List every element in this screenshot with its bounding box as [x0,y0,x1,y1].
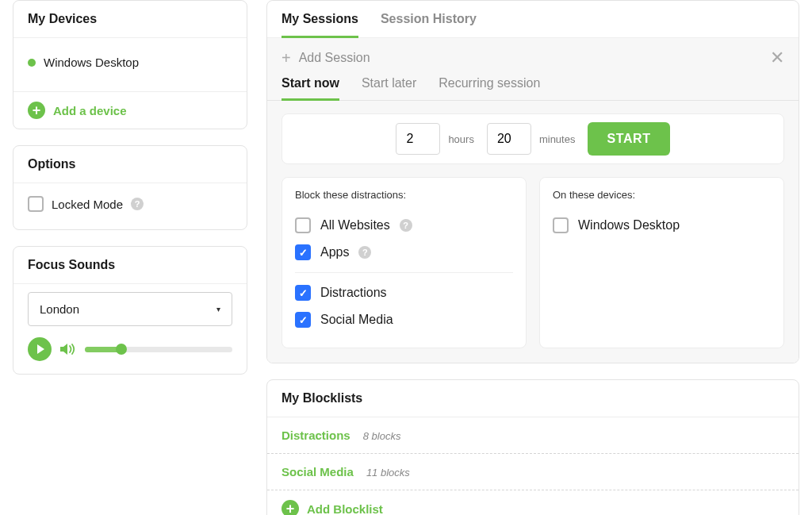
volume-slider[interactable] [85,347,232,352]
social-media-checkbox[interactable] [295,312,311,328]
start-button[interactable]: START [588,122,669,156]
blocklist-count: 8 blocks [363,430,401,442]
add-session-button[interactable]: + Add Session [282,50,370,66]
device-windows-desktop-checkbox[interactable] [553,217,569,233]
volume-icon[interactable] [59,342,77,356]
apps-checkbox[interactable] [295,244,311,260]
my-devices-card: My Devices Windows Desktop + Add a devic… [13,0,247,129]
hours-label: hours [448,133,474,145]
all-websites-label: All Websites [320,218,390,233]
device-windows-desktop-label: Windows Desktop [578,218,680,233]
session-sub-tabs: Start now Start later Recurring session [267,76,799,101]
apps-label: Apps [320,245,349,259]
add-device-label: Add a device [53,104,127,117]
sessions-main-tabs: My Sessions Session History [267,1,799,38]
distractions-label: Distractions [320,286,387,300]
on-devices-card: On these devices: Windows Desktop [539,177,784,348]
sound-selected-label: London [40,302,79,316]
sound-select[interactable]: London ▾ [28,292,232,326]
help-icon[interactable]: ? [358,246,371,259]
blocklist-count: 11 blocks [366,467,410,478]
divider [295,272,513,273]
block-distractions-card: Block these distractions: All Websites ?… [282,177,527,348]
plus-circle-icon: + [28,102,45,119]
device-label: Windows Desktop [44,56,139,69]
volume-slider-fill [85,347,122,352]
hours-input[interactable] [396,123,440,155]
tab-start-now[interactable]: Start now [282,76,339,101]
plus-circle-icon: + [282,500,299,515]
blocklist-row[interactable]: Social Media 11 blocks [267,454,799,490]
device-windows-desktop-row[interactable]: Windows Desktop [553,212,771,239]
minutes-input[interactable] [487,123,531,155]
plus-icon: + [282,50,291,66]
focus-sounds-card: Focus Sounds London ▾ [13,246,247,375]
distractions-checkbox[interactable] [295,285,311,301]
tab-recurring[interactable]: Recurring session [439,76,540,100]
add-blocklist-label: Add Blocklist [307,502,383,516]
play-icon [37,344,44,354]
locked-mode-label: Locked Mode [52,198,123,211]
add-blocklist-button[interactable]: + Add Blocklist [267,490,799,515]
tab-my-sessions[interactable]: My Sessions [282,12,358,38]
blocklists-title: My Blocklists [267,380,799,417]
add-session-label: Add Session [299,51,370,65]
focus-sounds-title: Focus Sounds [13,247,247,284]
blocklist-name: Social Media [282,465,354,478]
block-distractions-title: Block these distractions: [295,189,513,201]
my-devices-title: My Devices [13,1,247,38]
play-button[interactable] [28,337,52,361]
add-device-button[interactable]: + Add a device [13,91,247,129]
timer-card: hours minutes START [282,113,784,164]
on-devices-title: On these devices: [553,189,771,201]
locked-mode-row[interactable]: Locked Mode ? [28,191,232,217]
minutes-label: minutes [539,133,576,145]
tab-session-history[interactable]: Session History [381,12,477,37]
session-pane: + Add Session ✕ Start now Start later Re… [267,38,799,363]
locked-mode-checkbox[interactable] [28,196,44,212]
all-websites-checkbox[interactable] [295,217,311,233]
close-button[interactable]: ✕ [770,49,784,67]
chevron-down-icon: ▾ [216,305,220,313]
tab-start-later[interactable]: Start later [362,76,416,100]
blocklist-row[interactable]: Distractions 8 blocks [267,417,799,454]
block-distractions-row[interactable]: Distractions [295,279,513,306]
options-card: Options Locked Mode ? [13,145,247,230]
device-row[interactable]: Windows Desktop [28,46,232,79]
block-social-media-row[interactable]: Social Media [295,306,513,333]
blocklist-name: Distractions [282,429,350,442]
options-title: Options [13,146,247,183]
block-all-websites-row[interactable]: All Websites ? [295,212,513,239]
blocklists-card: My Blocklists Distractions 8 blocks Soci… [266,379,799,515]
help-icon[interactable]: ? [400,219,412,232]
block-apps-row[interactable]: Apps ? [295,239,513,266]
social-media-label: Social Media [320,313,393,327]
sessions-card: My Sessions Session History + Add Sessio… [266,0,799,363]
status-dot-icon [28,59,36,67]
help-icon[interactable]: ? [131,198,144,210]
